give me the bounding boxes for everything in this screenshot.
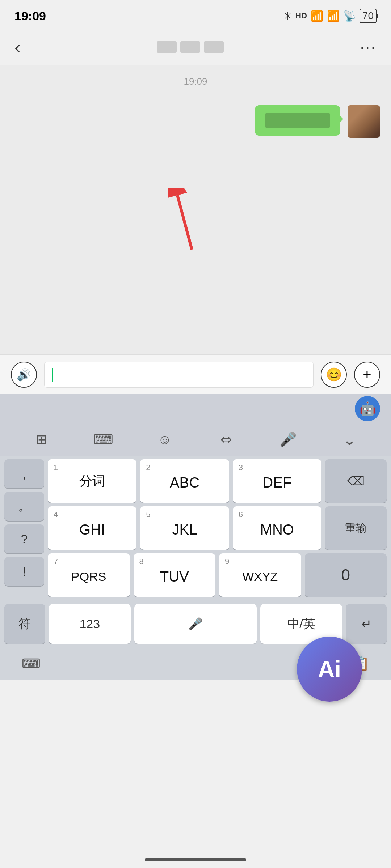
mic-icon: 🎤 [279, 431, 297, 447]
text-cursor-icon: ⇔ [220, 431, 232, 447]
voice-button[interactable]: 🔊 [11, 362, 37, 388]
message-input[interactable] [44, 362, 314, 388]
title-block-3 [204, 41, 224, 53]
num-label: 123 [79, 617, 100, 631]
mic-button[interactable]: 🎤 [273, 429, 302, 450]
title-block-2 [180, 41, 200, 53]
text-cursor-button[interactable]: ⇔ [212, 429, 241, 450]
symbol-switch-key[interactable]: 符 [4, 604, 45, 644]
smiley-icon: ☺ [158, 432, 172, 447]
ai-button[interactable]: Ai [297, 637, 362, 702]
key-zero[interactable]: 0 [305, 553, 387, 597]
key-def[interactable]: 3 DEF [233, 459, 321, 503]
period-key[interactable]: 。 [4, 492, 44, 521]
text-cursor [52, 368, 53, 382]
wifi-icon: 📡 [343, 10, 356, 22]
hd-label: HD [295, 11, 307, 21]
lang-label: 中/英 [287, 616, 315, 632]
ime-top-bar: 🤖 [0, 394, 391, 423]
more-button[interactable]: ··· [360, 39, 377, 55]
enter-key[interactable]: ↵ [346, 604, 387, 644]
keyboard-body: , 。 ? ! 1 分词 2 ABC 3 [0, 456, 391, 604]
nav-bar: ‹ ··· [0, 29, 391, 65]
avatar [348, 105, 380, 138]
chat-area: 19:09 [0, 65, 391, 354]
keyboard-sys-icon: ⌨ [22, 656, 41, 671]
annotation-arrow [159, 188, 203, 253]
signal-icon-2: 📶 [327, 10, 340, 22]
status-bar: 19:09 ✳ HD 📶 📶 📡 70 [0, 0, 391, 29]
battery-icon: 70 [360, 9, 377, 23]
keyboard-view-button[interactable]: ⌨ [89, 429, 118, 450]
space-key[interactable]: 🎤 [134, 604, 257, 644]
key-abc[interactable]: 2 ABC [140, 459, 229, 503]
chat-timestamp: 19:09 [0, 65, 391, 94]
backspace-key[interactable]: ⌫ [325, 459, 387, 503]
question-key[interactable]: ? [4, 524, 44, 553]
svg-line-1 [177, 195, 192, 250]
grid-icon: ⊞ [36, 431, 47, 447]
keyboard-icon: ⌨ [93, 431, 113, 447]
more-actions-button[interactable]: + [354, 362, 380, 388]
key-wxyz[interactable]: 9 WXYZ [219, 553, 301, 597]
comma-key[interactable]: , [4, 459, 44, 488]
key-row-1: , 。 ? ! 1 分词 2 ABC 3 [4, 459, 387, 597]
key-tuv[interactable]: 8 TUV [134, 553, 216, 597]
emoji-icon: 😊 [326, 367, 342, 382]
voice-icon: 🔊 [17, 368, 31, 382]
ai-label: Ai [318, 656, 341, 682]
signal-icon: 📶 [311, 10, 323, 22]
enter-icon: ↵ [361, 617, 371, 631]
title-block-1 [157, 41, 177, 53]
system-keyboard-button[interactable]: ⌨ [22, 656, 41, 671]
plus-icon: + [363, 366, 371, 383]
key-pqrs[interactable]: 7 PQRS [48, 553, 130, 597]
collapse-button[interactable]: ⌄ [335, 429, 364, 450]
keyboard-toolbar: ⊞ ⌨ ☺ ⇔ 🎤 ⌄ [0, 423, 391, 456]
key-jkl[interactable]: 5 JKL [140, 506, 229, 550]
key-mno[interactable]: 6 MNO [233, 506, 321, 550]
back-button[interactable]: ‹ [14, 37, 21, 58]
symbol-label: 符 [18, 616, 31, 632]
ime-robot-button[interactable]: 🤖 [355, 396, 380, 421]
home-indicator[interactable] [145, 858, 246, 861]
input-bar: 🔊 😊 + [0, 354, 391, 394]
space-mic-icon: 🎤 [188, 617, 203, 631]
bubble-content [265, 113, 330, 128]
status-time: 19:09 [14, 9, 46, 23]
grid-view-button[interactable]: ⊞ [27, 429, 56, 450]
smiley-button[interactable]: ☺ [150, 429, 179, 450]
key-fenci[interactable]: 1 分词 [48, 459, 136, 503]
status-icons: ✳ HD 📶 📶 📡 70 [283, 9, 377, 23]
bluetooth-icon: ✳ [283, 10, 292, 22]
emoji-button[interactable]: 😊 [321, 362, 347, 388]
robot-icon: 🤖 [360, 401, 376, 416]
message-bubble [255, 105, 340, 136]
nav-title [157, 41, 224, 53]
backspace-icon: ⌫ [347, 474, 365, 488]
retype-key[interactable]: 重输 [325, 506, 387, 550]
key-ghi[interactable]: 4 GHI [48, 506, 136, 550]
exclaim-key[interactable]: ! [4, 557, 44, 586]
message-row [0, 102, 391, 141]
symbol-column: , 。 ? ! [4, 459, 44, 597]
chevron-down-icon: ⌄ [343, 430, 356, 449]
num-switch-key[interactable]: 123 [49, 604, 131, 644]
